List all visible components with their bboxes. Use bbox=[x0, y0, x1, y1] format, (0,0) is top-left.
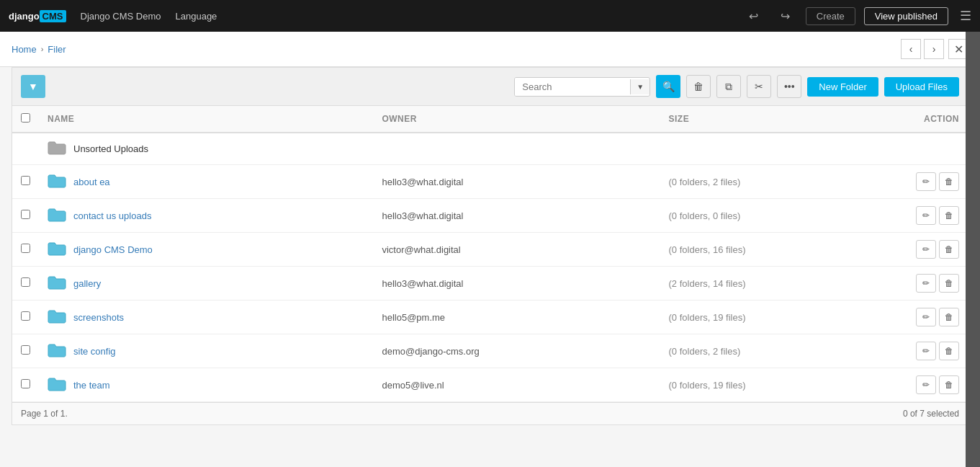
edit-button[interactable]: ✏ bbox=[916, 172, 936, 191]
folder-name-link[interactable]: contact us uploads bbox=[73, 210, 151, 221]
row-name-cell: Unsorted Uploads bbox=[39, 133, 373, 165]
row-name-cell: contact us uploads bbox=[39, 199, 373, 233]
row-name-cell: django CMS Demo bbox=[39, 233, 373, 267]
unsorted-folder-icon bbox=[48, 141, 66, 157]
edit-button[interactable]: ✏ bbox=[916, 375, 936, 394]
edit-button[interactable]: ✏ bbox=[916, 274, 936, 293]
language-label: Language bbox=[176, 11, 217, 22]
row-check-cell[interactable] bbox=[12, 233, 39, 267]
delete-row-button[interactable]: 🗑 bbox=[939, 172, 959, 191]
row-name-cell: site config bbox=[39, 334, 373, 368]
row-action-cell: ✏ 🗑 bbox=[899, 301, 968, 334]
upload-files-button[interactable]: Upload Files bbox=[884, 77, 959, 97]
folder-name-link[interactable]: about ea bbox=[73, 177, 110, 187]
pencil-icon: ✏ bbox=[922, 244, 930, 254]
delete-row-button[interactable]: 🗑 bbox=[939, 308, 959, 326]
chevron-down-icon: ▼ bbox=[28, 81, 38, 92]
row-action-cell: ✏ 🗑 bbox=[899, 165, 968, 199]
edit-button[interactable]: ✏ bbox=[916, 342, 936, 360]
delete-row-button[interactable]: 🗑 bbox=[939, 342, 959, 360]
copy-icon: ⧉ bbox=[725, 81, 732, 93]
search-dropdown-button[interactable]: ▼ bbox=[630, 79, 649, 94]
search-input[interactable] bbox=[515, 78, 630, 96]
edit-button[interactable]: ✏ bbox=[916, 240, 936, 259]
row-size-cell: (0 folders, 19 files) bbox=[660, 368, 899, 402]
row-checkbox[interactable] bbox=[21, 176, 30, 185]
folder-name-link[interactable]: the team bbox=[73, 380, 110, 391]
row-owner-cell: demo@django-cms.org bbox=[373, 334, 660, 368]
folder-name-link[interactable]: screenshots bbox=[73, 312, 124, 323]
row-action-cell: ✏ 🗑 bbox=[899, 233, 968, 267]
row-checkbox[interactable] bbox=[21, 311, 30, 321]
row-size-cell: (0 folders, 0 files) bbox=[660, 199, 899, 233]
trash-icon: 🗑 bbox=[945, 380, 953, 390]
cut-button[interactable]: ✂ bbox=[747, 75, 771, 98]
row-name-cell: screenshots bbox=[39, 301, 373, 334]
breadcrumb-prev-button[interactable]: ‹ bbox=[901, 39, 921, 59]
delete-row-button[interactable]: 🗑 bbox=[939, 240, 959, 259]
breadcrumb-next-button[interactable]: › bbox=[924, 39, 944, 59]
row-checkbox[interactable] bbox=[21, 345, 30, 355]
row-check-cell[interactable] bbox=[12, 301, 39, 334]
breadcrumb-bar: Home › Filer ‹ › ✕ bbox=[0, 32, 980, 67]
row-action-cell: ✏ 🗑 bbox=[899, 368, 968, 402]
trash-icon: 🗑 bbox=[945, 244, 953, 254]
breadcrumb: Home › Filer bbox=[12, 44, 66, 55]
create-button[interactable]: Create bbox=[806, 7, 855, 25]
size-column-header: SIZE bbox=[660, 106, 899, 133]
name-column-header: NAME bbox=[39, 106, 373, 133]
pencil-icon: ✏ bbox=[922, 380, 930, 390]
pencil-icon: ✏ bbox=[922, 312, 930, 322]
folder-name-link[interactable]: site config bbox=[73, 346, 116, 357]
delete-row-button[interactable]: 🗑 bbox=[939, 375, 959, 394]
row-check-cell[interactable] bbox=[12, 267, 39, 301]
delete-button[interactable]: 🗑 bbox=[686, 75, 711, 98]
row-name-cell: the team bbox=[39, 368, 373, 402]
row-checkbox[interactable] bbox=[21, 379, 30, 388]
top-navbar: djangoCMS Django CMS Demo Language ↩ ↪ C… bbox=[0, 0, 980, 32]
select-all-checkbox[interactable] bbox=[21, 113, 30, 123]
table-row: screenshots hello5@pm.me (0 folders, 19 … bbox=[12, 301, 968, 334]
row-size-cell: (0 folders, 16 files) bbox=[660, 233, 899, 267]
new-folder-button[interactable]: New Folder bbox=[807, 77, 878, 97]
row-owner-cell: hello5@pm.me bbox=[373, 301, 660, 334]
scissors-icon: ✂ bbox=[755, 81, 763, 92]
table-row: the team demo5@live.nl (0 folders, 19 fi… bbox=[12, 368, 968, 402]
row-check-cell[interactable] bbox=[12, 199, 39, 233]
folder-icon bbox=[48, 208, 66, 224]
select-all-header bbox=[12, 106, 39, 133]
owner-column-header: OWNER bbox=[373, 106, 660, 133]
pencil-icon: ✏ bbox=[922, 177, 930, 187]
row-check-cell[interactable] bbox=[12, 334, 39, 368]
folder-name-link[interactable]: django CMS Demo bbox=[73, 244, 153, 255]
hamburger-button[interactable]: ☰ bbox=[960, 8, 971, 24]
logo: djangoCMS bbox=[9, 10, 66, 22]
row-checkbox[interactable] bbox=[21, 277, 30, 287]
row-checkbox[interactable] bbox=[21, 210, 30, 219]
breadcrumb-home[interactable]: Home bbox=[12, 44, 37, 55]
delete-row-button[interactable]: 🗑 bbox=[939, 206, 959, 225]
copy-button[interactable]: ⧉ bbox=[716, 75, 741, 98]
folder-name-link[interactable]: gallery bbox=[73, 278, 101, 289]
row-checkbox[interactable] bbox=[21, 244, 30, 253]
delete-row-button[interactable]: 🗑 bbox=[939, 274, 959, 293]
more-button[interactable]: ••• bbox=[777, 75, 801, 98]
redo-button[interactable]: ↪ bbox=[774, 4, 797, 27]
row-owner-cell: demo5@live.nl bbox=[373, 368, 660, 402]
folder-icon bbox=[48, 275, 66, 292]
view-published-button[interactable]: View published bbox=[864, 7, 948, 25]
edit-button[interactable]: ✏ bbox=[916, 308, 936, 326]
breadcrumb-current: Filer bbox=[48, 44, 66, 55]
row-size-cell: (0 folders, 2 files) bbox=[660, 165, 899, 199]
logo-django-text: django bbox=[9, 11, 40, 22]
filer-table: NAME OWNER SIZE ACTION bbox=[12, 106, 968, 402]
page-area: Home › Filer ‹ › ✕ ▼ ▼ 🔍 🗑 bbox=[0, 32, 980, 467]
pencil-icon: ✏ bbox=[922, 210, 930, 221]
search-button[interactable]: 🔍 bbox=[656, 75, 680, 98]
folder-icon bbox=[48, 309, 66, 326]
row-check-cell[interactable] bbox=[12, 368, 39, 402]
row-check-cell[interactable] bbox=[12, 165, 39, 199]
edit-button[interactable]: ✏ bbox=[916, 206, 936, 225]
folder-dropdown-button[interactable]: ▼ bbox=[21, 75, 45, 98]
undo-button[interactable]: ↩ bbox=[742, 4, 765, 27]
